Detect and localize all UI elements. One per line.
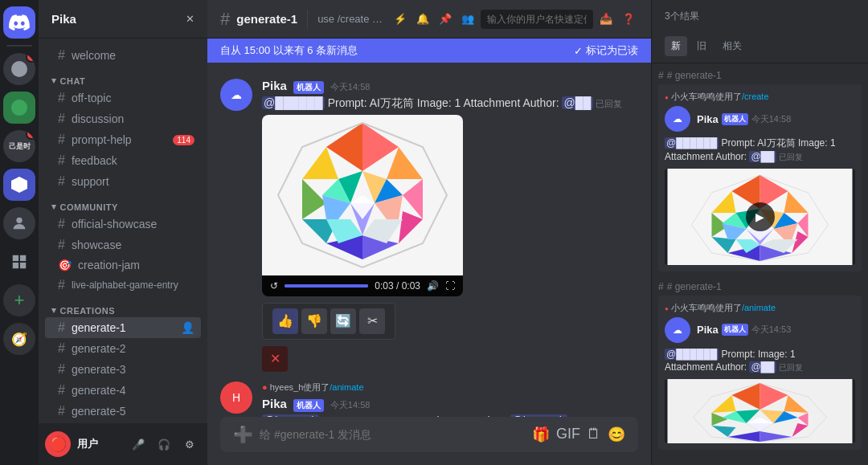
user-add-icon[interactable]: 👤 (181, 321, 194, 334)
server-icon-4[interactable] (3, 207, 35, 239)
server-icon-label: 己是时 (9, 141, 31, 152)
category-label: CHAT (60, 76, 86, 86)
attach-button[interactable]: ➕ (233, 417, 253, 452)
category-chevron-icon: ▾ (51, 202, 57, 212)
delete-button[interactable]: ✕ (262, 346, 288, 372)
bot-badge: 机器人 (293, 81, 324, 94)
channel-item-welcome[interactable]: # welcome (45, 45, 201, 66)
search-result-header-2: ☁ Pika 机器人 今天14:53 (665, 317, 855, 343)
channel-item-discussion[interactable]: # discussion (45, 108, 201, 129)
channel-item-generate-2[interactable]: # generate-2 (45, 338, 201, 359)
create-link[interactable]: /create (742, 92, 769, 101)
animate-command-link[interactable]: /animate (330, 382, 363, 392)
channel-item-generate-3[interactable]: # generate-3 (45, 359, 201, 380)
server-icon-pika[interactable] (3, 169, 35, 201)
animate-link[interactable]: /animate (742, 303, 776, 312)
settings-button[interactable]: ⚙ (178, 433, 201, 455)
emoji-button[interactable]: 😊 (608, 426, 625, 443)
channel-item-feedback[interactable]: # feedback (45, 150, 201, 171)
channel-item-official-showcase[interactable]: # official-showcase (45, 214, 201, 235)
pin-icon[interactable]: 📌 (436, 10, 455, 29)
discord-home-icon[interactable] (3, 6, 35, 39)
server-icon-1[interactable] (3, 53, 35, 85)
headphone-button[interactable]: 🎧 (153, 433, 175, 455)
progress-bar[interactable] (285, 284, 368, 288)
channel-item-generate-5[interactable]: # generate-5 (45, 401, 201, 422)
gif-button[interactable]: GIF (556, 426, 580, 443)
search-result-text-2: @██████ Prompt: Image: 1 Attachment Auth… (665, 348, 855, 375)
hash-icon: # (58, 91, 65, 105)
thumbs-down-button[interactable]: 👎 (301, 308, 327, 334)
messages-area[interactable]: ☁ Pika 机器人 今天14:58 @██████ Prompt: AI万花筒… (207, 63, 651, 417)
svg-point-1 (16, 218, 22, 223)
search-video-thumb-2 (665, 379, 855, 443)
inbox-icon[interactable]: 📥 (596, 10, 616, 29)
filter-tab-new[interactable]: 新 (665, 36, 687, 56)
explore-servers-button[interactable]: 🧭 (3, 323, 35, 355)
svg-rect-5 (20, 263, 26, 268)
channel-name: discussion (72, 112, 124, 125)
hash-icon: # (58, 404, 65, 418)
channel-item-off-topic[interactable]: # off-topic (45, 88, 201, 108)
gift-button[interactable]: 🎁 (532, 426, 550, 443)
creations-section: ▾ CREATIONS # generate-1 👤 # generate-2 … (39, 302, 207, 423)
scissors-button[interactable]: ✂ (359, 308, 385, 334)
channel-item-creation-jam[interactable]: 🎯 creation-jam (45, 255, 201, 275)
channel-name: showcase (72, 239, 121, 251)
search-result-channel-2: # # generate-1 (658, 281, 862, 292)
avatar: H (220, 381, 252, 414)
hash-icon: # (58, 112, 65, 126)
mention: @██ (749, 151, 776, 162)
search-results-count: 3个结果 (665, 10, 699, 23)
server-icon-2[interactable] (3, 92, 35, 124)
channel-list: # welcome ▾ CHAT # off-topic # discussio… (39, 39, 207, 423)
mark-read-button[interactable]: ✓ 标记为已读 (574, 43, 638, 58)
category-label: COMMUNITY (60, 202, 118, 212)
server-icon-5[interactable] (3, 246, 35, 278)
channel-item-support[interactable]: # support (45, 171, 201, 192)
channel-item-prompt-help[interactable]: # prompt-help 114 (45, 129, 201, 150)
search-input[interactable] (487, 14, 587, 25)
message-input[interactable] (260, 419, 526, 450)
mute-button[interactable]: 🎤 (127, 433, 149, 455)
thumbs-up-button[interactable]: 👍 (272, 308, 298, 334)
refresh-button[interactable]: 🔄 (330, 308, 356, 334)
channel-topic: use /create command and see #getting-sta… (317, 13, 384, 25)
category-creations[interactable]: ▾ CREATIONS (39, 302, 207, 317)
bell-icon[interactable]: 🔔 (413, 10, 432, 29)
channel-item-generate-1[interactable]: # generate-1 👤 (45, 317, 201, 338)
hash-icon: # (58, 133, 65, 147)
sticker-button[interactable]: 🗒 (587, 426, 601, 443)
thread-icon[interactable]: ⚡ (391, 10, 410, 29)
category-chevron-icon: ▾ (51, 305, 57, 316)
channel-item-live-alphabet[interactable]: # live-alphabet-game-entry (45, 275, 201, 296)
message-group-2: H ● hyees_h使用了/animate Pika 机器人 今天14:58 … (207, 375, 651, 417)
filter-tab-old[interactable]: 旧 (690, 36, 713, 56)
user-panel: 🔴 用户 🎤 🎧 ⚙ (39, 423, 207, 465)
fullscreen-icon[interactable]: ⛶ (445, 280, 455, 292)
channel-item-generate-4[interactable]: # generate-4 (45, 380, 201, 401)
server-header[interactable]: Pika ✕ (39, 0, 207, 39)
hash-icon: # (58, 383, 65, 398)
play-button-overlay[interactable]: ▶ (746, 202, 775, 231)
help-icon[interactable]: ❓ (619, 10, 638, 29)
hash-icon: # (58, 153, 65, 168)
search-result-header: ☁ Pika 机器人 今天14:58 (665, 106, 855, 132)
search-filter-tabs: 新 旧 相关 (665, 36, 855, 56)
filter-tab-relevant[interactable]: 相关 (716, 36, 748, 56)
category-community[interactable]: ▾ COMMUNITY (39, 198, 207, 214)
members-icon[interactable]: 👥 (458, 10, 477, 29)
result-author-info: Pika 机器人 今天14:58 (697, 113, 791, 125)
main-content: # generate-1 use /create command and see… (207, 0, 651, 465)
category-chat[interactable]: ▾ CHAT (39, 72, 207, 88)
replay-icon[interactable]: ↺ (270, 280, 278, 292)
channel-item-showcase[interactable]: # showcase (45, 235, 201, 255)
volume-icon[interactable]: 🔊 (427, 280, 439, 292)
search-header: 3个结果 新 旧 相关 (652, 0, 868, 63)
polygon-image (262, 115, 463, 275)
result-avatar-2: ☁ (665, 317, 690, 343)
server-icon-3[interactable]: 己是时 (3, 130, 35, 162)
search-result-item-2: # # generate-1 ● 小火车鸣鸣使用了/animate ☁ Pika… (658, 281, 862, 451)
add-server-button[interactable]: + (3, 284, 35, 316)
search-bar[interactable] (481, 10, 593, 29)
